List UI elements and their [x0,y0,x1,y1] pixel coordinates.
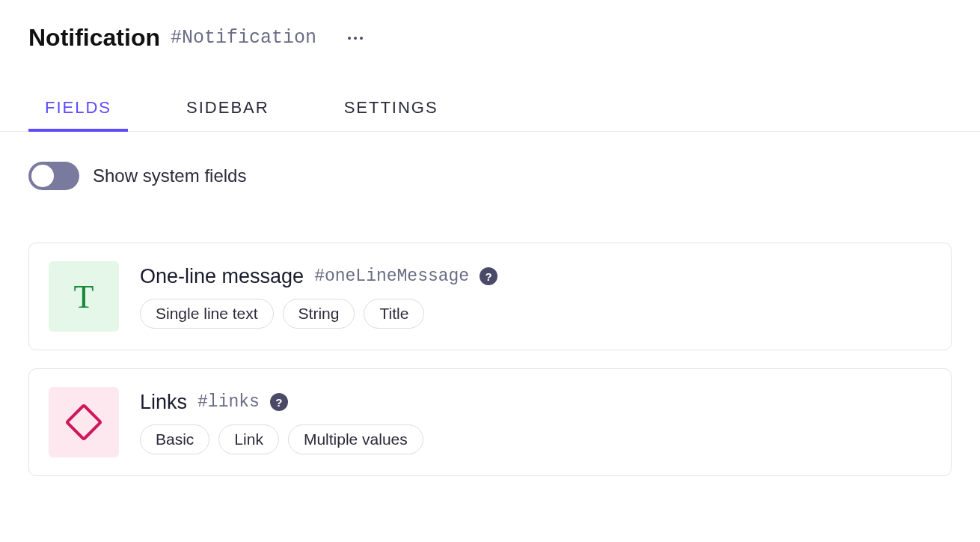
field-hash: #oneLineMessage [314,267,469,286]
page-title: Notification [28,24,160,52]
more-icon[interactable] [343,32,367,44]
tab-sidebar[interactable]: SIDEBAR [170,89,286,131]
toggle-knob [31,165,54,187]
field-card-one-line-message[interactable]: T One-line message #oneLineMessage ? Sin… [28,243,952,350]
chip: Link [218,424,279,454]
field-card-links[interactable]: Links #links ? Basic Link Multiple value… [28,368,952,476]
help-icon[interactable]: ? [270,393,288,411]
field-hash: #links [197,392,260,412]
chip: Single line text [140,299,274,329]
system-fields-toggle-row: Show system fields [28,162,952,190]
chip: Title [364,299,424,329]
field-title-row: One-line message #oneLineMessage ? [140,265,931,288]
help-icon[interactable]: ? [480,267,497,285]
text-field-icon: T [49,261,119,332]
tab-label: SETTINGS [344,98,438,117]
diamond-icon [65,404,103,442]
field-chips: Basic Link Multiple values [140,424,931,454]
tab-label: FIELDS [45,98,111,117]
chip: Basic [140,424,209,454]
tab-bar: FIELDS SIDEBAR SETTINGS [0,89,980,132]
field-body: Links #links ? Basic Link Multiple value… [140,391,931,454]
link-field-icon [49,387,119,457]
content-area: Show system fields T One-line message #o… [0,132,980,524]
field-title-row: Links #links ? [140,391,931,414]
field-title: One-line message [140,265,304,288]
page-title-hash: #Notification [171,27,316,49]
tab-settings[interactable]: SETTINGS [328,89,455,131]
chip: Multiple values [288,424,423,454]
show-system-fields-toggle[interactable] [28,162,79,190]
tab-label: SIDEBAR [186,98,269,117]
field-title: Links [140,391,187,414]
tab-fields[interactable]: FIELDS [28,89,128,131]
page-header: Notification #Notification [0,0,980,52]
field-chips: Single line text String Title [140,299,931,329]
toggle-label: Show system fields [93,165,246,186]
chip: String [283,299,355,329]
field-body: One-line message #oneLineMessage ? Singl… [140,265,931,329]
